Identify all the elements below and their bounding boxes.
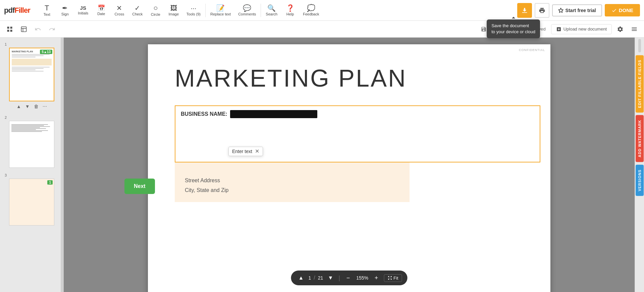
- start-free-trial-button[interactable]: Start free trial: [552, 4, 602, 16]
- total-pages: 21: [318, 275, 323, 281]
- tool-circle[interactable]: ○ Circle: [147, 1, 164, 19]
- text-icon: T: [45, 4, 49, 12]
- logo[interactable]: pdfFiller: [4, 6, 30, 15]
- undo-button[interactable]: [32, 23, 44, 35]
- tool-text[interactable]: T Text: [38, 1, 56, 19]
- page-properties-btn[interactable]: [18, 23, 30, 35]
- tool-date[interactable]: 📅 Date: [93, 1, 110, 19]
- menu-icon: [631, 26, 638, 33]
- thumbnail-panel: 1 5▲13 MARKETING PLAN: [0, 38, 64, 292]
- tool-comments[interactable]: 💬 Comments: [235, 1, 259, 19]
- tool-tools[interactable]: ··· Tools (9): [183, 1, 204, 19]
- right-scrollbar[interactable]: [638, 39, 641, 52]
- tool-initials[interactable]: JS Initials: [74, 1, 92, 19]
- save-status-icon: [481, 26, 487, 32]
- thumb-line: [11, 125, 44, 126]
- comments-icon: 💬: [243, 5, 251, 11]
- upload-new-document-button[interactable]: Upload new document: [551, 24, 612, 34]
- thumb-down-btn[interactable]: ▼: [24, 103, 31, 110]
- page-thumbnail-toggle[interactable]: [4, 23, 15, 35]
- undo-icon: [35, 26, 41, 33]
- svg-rect-4: [21, 27, 26, 32]
- trial-label: Start free trial: [566, 8, 596, 13]
- main-area: 1 5▲13 MARKETING PLAN: [0, 38, 644, 292]
- thumb-num-3: 3: [3, 173, 7, 177]
- fit-button[interactable]: Fit: [384, 274, 402, 282]
- tool-image[interactable]: 🖼 Image: [165, 1, 182, 19]
- prev-page-button[interactable]: ▲: [297, 273, 306, 283]
- zoom-out-button[interactable]: −: [343, 273, 353, 283]
- menu-button[interactable]: [629, 23, 640, 35]
- right-panel: EDIT FILLABLE FIELDS ADD WATERMARK VERSI…: [635, 38, 644, 292]
- tool-cross[interactable]: ✕ Cross: [111, 1, 128, 19]
- tool-check-label: Check: [132, 12, 143, 16]
- date-icon: 📅: [98, 5, 105, 11]
- thumbnail-1[interactable]: 1 5▲13 MARKETING PLAN: [0, 40, 63, 112]
- tool-sign-label: Sign: [61, 12, 69, 16]
- versions-tab[interactable]: VERSIONS: [636, 165, 644, 196]
- thumb-line: [12, 71, 44, 71]
- toolbar: pdfFiller T Text ✒ Sign JS Initials 📅 Da…: [0, 0, 644, 21]
- tool-group-right: 📝 Replace text 💬 Comments: [207, 1, 259, 19]
- thumb-line: [12, 69, 36, 70]
- thumb-badge-1: 5▲13: [40, 50, 52, 54]
- thumb-badge-3: 1: [47, 180, 53, 185]
- initials-icon: JS: [80, 5, 86, 10]
- thumbnail-3[interactable]: 3 1: [0, 171, 63, 228]
- tool-group-main: T Text ✒ Sign JS Initials 📅 Date ✕ Cross…: [38, 1, 204, 19]
- edit-fillable-fields-tab[interactable]: EDIT FILLABLE FIELDS: [636, 55, 644, 112]
- done-label: DONE: [619, 7, 633, 13]
- doc-confidential-label: CONFIDENTIAL: [519, 48, 545, 52]
- field-redacted-value: [230, 110, 317, 118]
- thumbnail-2[interactable]: 2: [0, 113, 63, 170]
- tool-search-label: Search: [266, 12, 277, 16]
- tool-comments-label: Comments: [238, 12, 256, 16]
- bar-separator: |: [338, 275, 340, 282]
- tool-feedback[interactable]: 💭 Feedback: [300, 1, 322, 19]
- tool-circle-label: Circle: [151, 12, 160, 16]
- thumb-line: [12, 55, 44, 56]
- thumb-delete-btn[interactable]: 🗑: [33, 103, 40, 110]
- toolbar-right: Start free trial DONE: [517, 3, 640, 18]
- circle-icon: ○: [153, 4, 158, 12]
- auto-save-text: All changes have been saved: [489, 27, 546, 32]
- thumb-line: [11, 130, 48, 131]
- tool-help[interactable]: ❓ Help: [281, 1, 299, 19]
- download-button[interactable]: [517, 3, 532, 18]
- settings-icon: [617, 26, 624, 33]
- zoom-in-button[interactable]: +: [372, 273, 381, 283]
- svg-rect-2: [7, 30, 9, 32]
- document-area[interactable]: CONFIDENTIAL MARKETING PLAN Enter text ✕…: [64, 38, 635, 292]
- thumb-line: [11, 128, 46, 129]
- print-button[interactable]: [535, 3, 549, 18]
- feedback-icon: 💭: [307, 5, 315, 11]
- next-page-button[interactable]: ▼: [326, 273, 335, 283]
- logo-pdf: pdf: [4, 6, 14, 14]
- thumb-more-btn[interactable]: ···: [41, 103, 48, 110]
- check-icon: ✓: [135, 5, 140, 11]
- thumb-line: [11, 126, 50, 127]
- done-button[interactable]: DONE: [605, 4, 640, 16]
- thumb-lines-1: [12, 54, 52, 71]
- settings-button[interactable]: [614, 23, 626, 35]
- thumb-color-block: [12, 59, 52, 65]
- bottom-navigation-bar: ▲ 1 / 21 ▼ | − 155% + Fit: [291, 271, 408, 285]
- tool-check[interactable]: ✓ Check: [129, 1, 146, 19]
- thumb-line: [12, 67, 50, 67]
- thumb-up-btn[interactable]: ▲: [15, 103, 22, 110]
- current-page-number: 1: [309, 275, 311, 281]
- pages-icon: [6, 26, 13, 33]
- thumb-image-1: 5▲13 MARKETING PLAN: [9, 48, 54, 101]
- thumb-line: [12, 57, 36, 57]
- add-watermark-tab[interactable]: ADD WATERMARK: [636, 115, 644, 162]
- text-popup-close-button[interactable]: ✕: [255, 149, 259, 154]
- redo-button[interactable]: [46, 23, 58, 35]
- thumb-line: [12, 68, 44, 69]
- tool-replace-text[interactable]: 📝 Replace text: [207, 1, 234, 19]
- tool-sign[interactable]: ✒ Sign: [56, 1, 74, 19]
- tool-search[interactable]: 🔍 Search: [262, 1, 281, 19]
- search-icon: 🔍: [267, 5, 276, 11]
- enter-text-popup: Enter text ✕: [228, 147, 263, 156]
- city-state-text: City, State and Zip: [185, 186, 399, 195]
- next-button[interactable]: Next: [124, 179, 155, 194]
